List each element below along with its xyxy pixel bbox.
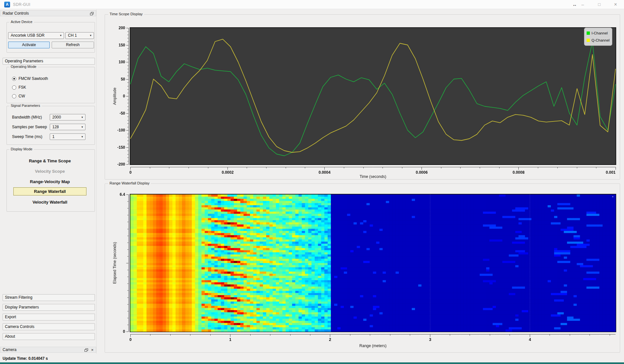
signal-param-value: 128 — [52, 125, 59, 129]
display-mode-velocity-waterfall[interactable]: Velocity Waterfall — [13, 199, 86, 206]
chevron-down-icon: ▼ — [81, 124, 84, 130]
legend-entry: Q-Channel — [587, 37, 610, 44]
radar-controls-panel-header[interactable]: Radar Controls — [0, 10, 96, 16]
display-mode-range-waterfall[interactable]: Range Waterfall — [13, 187, 86, 195]
refresh-button[interactable]: Refresh — [52, 42, 94, 48]
sidebar-divider — [96, 9, 97, 354]
section-button-about[interactable]: About — [3, 333, 95, 340]
dock-float-icon[interactable] — [84, 348, 88, 352]
activate-button[interactable]: Activate — [8, 42, 50, 48]
camera-panel-header[interactable]: Camera × — [0, 347, 96, 353]
section-button-display-parameters[interactable]: Display Parameters — [3, 304, 95, 311]
section-button-camera-controls[interactable]: Camera Controls — [3, 323, 95, 330]
legend-entry-label: I-Channel — [592, 31, 608, 35]
legend-entry: I-Channel — [587, 30, 610, 37]
display-mode-group: Display Mode Range & Time ScopeVelocity … — [6, 149, 95, 212]
device-select-value: Ancortek USB SDR — [11, 33, 45, 38]
time-scope-group: Time Scope Display Amplitude Time (secon… — [105, 14, 620, 180]
operating-mode-legend: Operating Mode — [9, 65, 38, 69]
display-mode-legend: Display Mode — [9, 147, 34, 151]
radio-option-label: FSK — [19, 85, 26, 90]
title-bar: A SDR-GUI ↔ – □ × — [0, 0, 624, 9]
chevron-down-icon: ▼ — [89, 32, 92, 39]
radio-button-icon[interactable] — [12, 77, 16, 81]
q-channel-swatch-icon — [587, 39, 590, 42]
signal-param-select-sweep-time-ms-[interactable]: 1▼ — [50, 133, 85, 140]
maximize-button[interactable]: □ — [596, 1, 603, 8]
waterfall-y-axis-label: Elapsed Time (seconds) — [112, 195, 117, 332]
active-device-group: Active Device Ancortek USB SDR ▼ CH 1 ▼ … — [6, 22, 95, 53]
radio-option-label: CW — [19, 94, 25, 99]
time-scope-title: Time Scope Display — [108, 12, 144, 16]
signal-param-value: 2000 — [52, 115, 61, 119]
window-bottom-edge — [0, 362, 624, 364]
operating-mode-group: Operating Mode FMCW SawtoothFSKCW — [6, 67, 95, 103]
close-button[interactable]: × — [612, 1, 619, 8]
radio-option-label: FMCW Sawtooth — [19, 76, 48, 81]
signal-param-label: Bandwidth (MHz) — [12, 114, 42, 120]
status-update-time: Update Time: 0.014047 s — [3, 356, 48, 361]
resize-arrows-icon[interactable]: ↔ — [571, 1, 578, 8]
radio-option-fsk[interactable]: FSK — [12, 85, 90, 90]
dock-float-icon[interactable] — [90, 12, 94, 15]
legend-entry-label: Q-Channel — [592, 38, 610, 42]
time-scope-x-axis-label: Time (seconds) — [130, 174, 616, 179]
device-select[interactable]: Ancortek USB SDR ▼ — [8, 32, 64, 39]
radar-controls-panel-title: Radar Controls — [3, 11, 29, 16]
time-scope-y-axis-label: Amplitude — [112, 28, 117, 164]
radio-option-fmcw-sawtooth[interactable]: FMCW Sawtooth — [12, 76, 90, 82]
range-waterfall-title: Range Waterfall Display — [108, 181, 151, 185]
section-button-stream-filtering[interactable]: Stream Filtering — [3, 294, 95, 301]
channel-select[interactable]: CH 1 ▼ — [65, 32, 94, 39]
chevron-down-icon: ▼ — [59, 32, 62, 39]
signal-param-label: Samples per Sweep — [12, 124, 47, 130]
radio-button-icon[interactable] — [12, 85, 16, 90]
waterfall-x-axis-label: Range (meters) — [130, 344, 616, 348]
signal-param-select-samples-per-sweep[interactable]: 128▼ — [50, 124, 85, 130]
time-scope-legend: I-ChannelQ-Channel — [584, 28, 612, 46]
app-logo-icon: A — [4, 2, 10, 7]
sdr-gui-window: { "window": { "title": "SDR-GUI", "logo_… — [0, 0, 624, 364]
signal-param-label: Sweep Time (ms) — [12, 133, 42, 140]
signal-param-select-bandwidth-mhz-[interactable]: 2000▼ — [50, 114, 85, 120]
time-scope-plot[interactable] — [105, 15, 620, 180]
range-waterfall-group: Range Waterfall Display Elapsed Time (se… — [105, 183, 620, 353]
window-title: SDR-GUI — [13, 2, 30, 7]
i-channel-swatch-icon — [587, 31, 590, 35]
section-button-export[interactable]: Export — [3, 314, 95, 320]
display-mode-range-velocity-map[interactable]: Range-Velocity Map — [13, 178, 86, 185]
signal-parameters-legend: Signal Parameters — [9, 104, 42, 107]
active-device-legend: Active Device — [9, 20, 34, 24]
radio-option-cw[interactable]: CW — [12, 94, 90, 99]
minimize-button[interactable]: – — [579, 1, 586, 8]
signal-parameters-group: Signal Parameters Bandwidth (MHz)2000▼Sa… — [6, 106, 95, 145]
display-mode-range-time-scope[interactable]: Range & Time Scope — [13, 157, 86, 164]
channel-select-value: CH 1 — [68, 33, 77, 38]
chevron-down-icon: ▼ — [81, 134, 84, 140]
camera-panel-title: Camera — [3, 347, 17, 352]
display-mode-velocity-scope: Velocity Scope — [13, 168, 86, 175]
range-waterfall-plot[interactable] — [105, 184, 620, 353]
radio-button-icon[interactable] — [12, 94, 16, 98]
signal-param-value: 1 — [52, 134, 55, 139]
chevron-down-icon: ▼ — [81, 114, 84, 120]
operating-parameters-section[interactable]: Operating Parameters — [3, 58, 95, 65]
dock-close-icon[interactable]: × — [90, 347, 94, 353]
